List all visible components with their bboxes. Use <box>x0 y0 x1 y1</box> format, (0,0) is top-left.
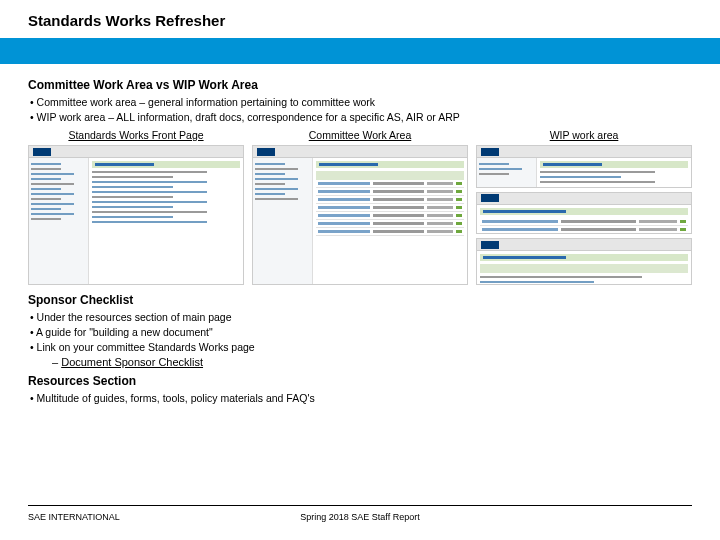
screenshots-row: Standards Works Front Page <box>28 129 692 285</box>
screenshot-label: Standards Works Front Page <box>28 129 244 141</box>
section3-bullets: Multitude of guides, forms, tools, polic… <box>28 392 692 404</box>
screenshot-thumbnail <box>476 238 692 285</box>
screenshot-column-2: Committee Work Area <box>252 129 468 285</box>
screenshot-column-3: WIP work area <box>476 129 692 285</box>
section2-bullets: Under the resources section of main page… <box>28 311 692 353</box>
section1-bullets: Committee work area – general informatio… <box>28 96 692 123</box>
footer-report-label: Spring 2018 SAE Staff Report <box>300 512 419 522</box>
page-title: Standards Works Refresher <box>28 12 225 29</box>
screenshot-thumbnail <box>252 145 468 285</box>
screenshot-thumbnail <box>476 192 692 235</box>
content-area: Committee Work Area vs WIP Work Area Com… <box>0 64 720 404</box>
bullet-item: Committee work area – general informatio… <box>30 96 692 108</box>
footer: SAE INTERNATIONAL Spring 2018 SAE Staff … <box>28 505 692 522</box>
footer-org: SAE INTERNATIONAL <box>28 512 120 522</box>
bullet-item: Under the resources section of main page <box>30 311 692 323</box>
bullet-item: A guide for "building a new document" <box>30 326 692 338</box>
sub-bullet-item: Document Sponsor Checklist <box>52 356 692 368</box>
screenshot-thumbnail <box>476 145 692 188</box>
header-bar: Standards Works Refresher <box>0 0 720 64</box>
screenshot-column-1: Standards Works Front Page <box>28 129 244 285</box>
section-title-workarea: Committee Work Area vs WIP Work Area <box>28 78 692 92</box>
bullet-item: WIP work area – ALL information, draft d… <box>30 111 692 123</box>
screenshot-thumbnail <box>28 145 244 285</box>
section-title-sponsor: Sponsor Checklist <box>28 293 692 307</box>
screenshot-label: WIP work area <box>476 129 692 141</box>
section-title-resources: Resources Section <box>28 374 692 388</box>
bullet-item: Multitude of guides, forms, tools, polic… <box>30 392 692 404</box>
screenshot-label: Committee Work Area <box>252 129 468 141</box>
section2-sub-bullets: Document Sponsor Checklist <box>28 356 692 368</box>
footer-divider <box>28 505 692 506</box>
bullet-item: Link on your committee Standards Works p… <box>30 341 692 353</box>
sponsor-checklist-link[interactable]: Document Sponsor Checklist <box>61 356 203 368</box>
